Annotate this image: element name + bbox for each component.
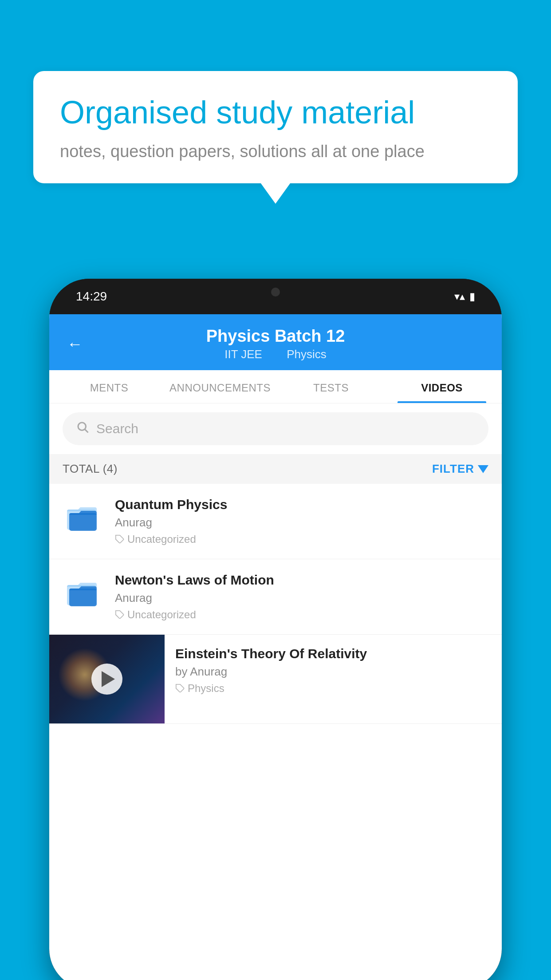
subtitle-part2: Physics [287, 348, 327, 361]
list-item[interactable]: Einstein's Theory Of Relativity by Anura… [49, 635, 502, 724]
header-subtitle: IIT JEE Physics [206, 348, 345, 361]
svg-rect-3 [69, 513, 97, 531]
wifi-icon: ▾▴ [454, 290, 465, 303]
filter-icon [478, 465, 488, 473]
list-item[interactable]: Newton's Laws of Motion Anurag Uncategor… [49, 559, 502, 635]
speech-bubble: Organised study material notes, question… [33, 71, 518, 183]
tab-ments[interactable]: MENTS [54, 370, 165, 403]
headline: Organised study material [60, 93, 491, 131]
item-tag: Physics [175, 682, 491, 695]
item-content: Quantum Physics Anurag Uncategorized [115, 497, 488, 545]
item-author: Anurag [115, 591, 488, 605]
thumbnail-image [49, 635, 165, 723]
status-bar: 14:29 ▾▴ ▮ [49, 279, 502, 314]
phone-notch [253, 279, 298, 301]
header-title: Physics Batch 12 [206, 327, 345, 346]
item-tag: Uncategorized [115, 609, 488, 621]
search-input[interactable]: Search [96, 421, 138, 436]
search-icon [76, 420, 89, 437]
tab-announcements[interactable]: ANNOUNCEMENTS [165, 370, 276, 403]
item-content: Einstein's Theory Of Relativity by Anura… [165, 635, 502, 706]
phone-screen: ← Physics Batch 12 IIT JEE Physics MENTS… [49, 314, 502, 980]
item-author: Anurag [115, 516, 488, 530]
battery-icon: ▮ [469, 290, 475, 303]
filter-row: TOTAL (4) FILTER [49, 454, 502, 484]
phone-frame: 14:29 ▾▴ ▮ ← Physics Batch 12 IIT JEE Ph… [49, 279, 502, 980]
subtext: notes, question papers, solutions all at… [60, 142, 491, 161]
subtitle-part1: IIT JEE [224, 348, 262, 361]
play-icon [102, 671, 115, 687]
tab-tests[interactable]: TESTS [276, 370, 386, 403]
item-author: by Anurag [175, 665, 491, 679]
item-title: Newton's Laws of Motion [115, 573, 488, 588]
search-bar: Search [49, 403, 502, 454]
total-count: TOTAL (4) [63, 462, 118, 476]
video-list: Quantum Physics Anurag Uncategorized [49, 484, 502, 724]
item-title: Einstein's Theory Of Relativity [175, 646, 491, 661]
tabs-bar: MENTS ANNOUNCEMENTS TESTS VIDEOS [49, 370, 502, 403]
app-header: ← Physics Batch 12 IIT JEE Physics [49, 314, 502, 370]
status-time: 14:29 [76, 289, 107, 304]
header-content: Physics Batch 12 IIT JEE Physics [206, 327, 345, 361]
back-button[interactable]: ← [67, 335, 83, 353]
folder-icon [63, 497, 102, 537]
play-button[interactable] [91, 664, 122, 695]
camera-dot [271, 288, 280, 296]
filter-button[interactable]: FILTER [432, 462, 488, 476]
item-content: Newton's Laws of Motion Anurag Uncategor… [115, 573, 488, 621]
status-icons: ▾▴ ▮ [454, 290, 475, 303]
search-input-wrapper[interactable]: Search [63, 412, 488, 445]
item-title: Quantum Physics [115, 497, 488, 512]
svg-line-1 [85, 430, 88, 433]
svg-point-0 [78, 423, 86, 431]
list-item[interactable]: Quantum Physics Anurag Uncategorized [49, 484, 502, 559]
tab-videos[interactable]: VIDEOS [386, 370, 497, 403]
item-tag: Uncategorized [115, 533, 488, 545]
folder-icon [63, 573, 102, 612]
svg-rect-6 [69, 589, 97, 606]
